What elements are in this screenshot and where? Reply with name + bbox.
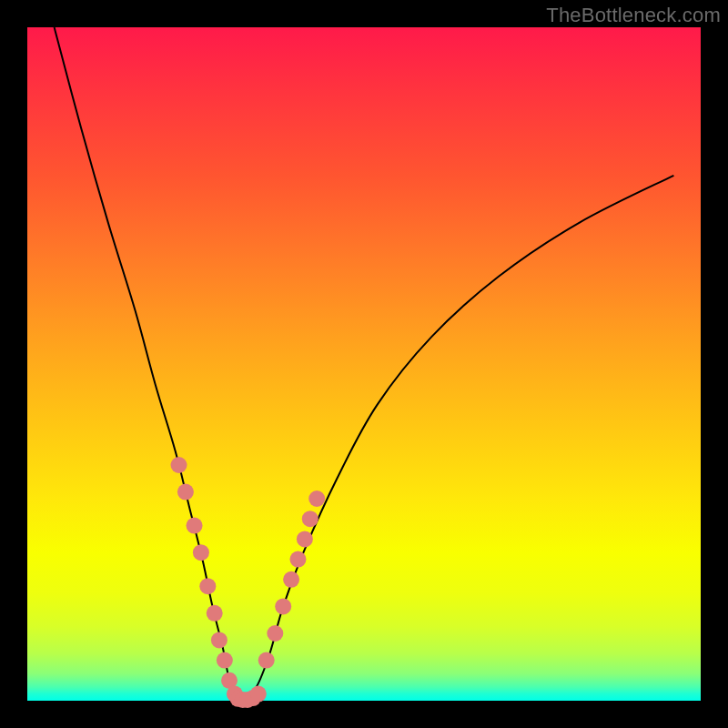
data-marker xyxy=(258,652,275,669)
data-marker xyxy=(211,632,228,648)
data-marker xyxy=(177,484,194,500)
bottleneck-curve xyxy=(55,27,674,703)
curve-svg xyxy=(27,27,701,701)
data-marker xyxy=(289,551,306,568)
data-marker xyxy=(217,652,233,669)
data-marker xyxy=(308,490,325,507)
marker-group xyxy=(171,457,326,708)
data-marker xyxy=(193,544,209,561)
chart-container: TheBottleneck.com xyxy=(0,0,728,728)
plot-area xyxy=(27,27,701,701)
data-marker xyxy=(267,625,283,642)
data-marker xyxy=(283,571,299,588)
data-marker xyxy=(250,686,267,703)
data-marker xyxy=(199,578,216,594)
data-marker xyxy=(275,598,291,614)
data-marker xyxy=(171,457,187,473)
data-marker xyxy=(207,605,223,622)
data-marker xyxy=(302,511,318,527)
watermark-text: TheBottleneck.com xyxy=(546,4,721,27)
data-marker xyxy=(187,518,203,534)
data-marker xyxy=(297,531,313,547)
